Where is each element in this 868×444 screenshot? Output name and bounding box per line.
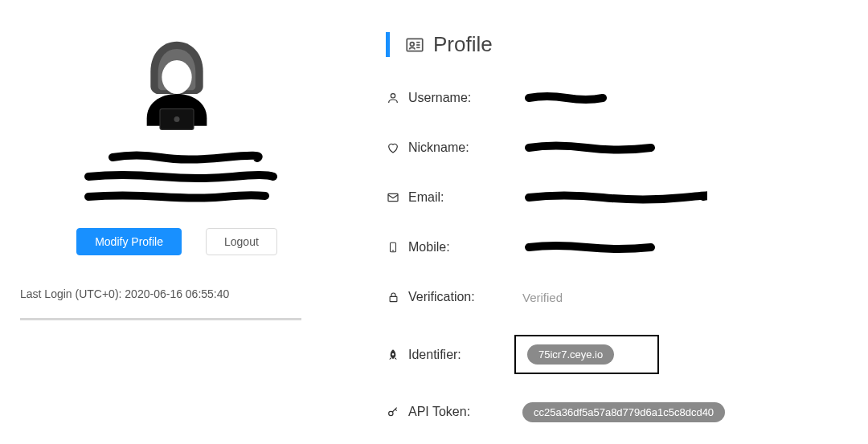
avatar-container (24, 32, 330, 145)
avatar-hacker-icon (121, 32, 233, 145)
mobile-icon (386, 240, 400, 255)
avatar-caption-redacted (24, 151, 330, 204)
profile-title: Profile (433, 32, 493, 57)
svg-point-8 (391, 94, 395, 98)
field-email: Email: (386, 185, 844, 210)
field-identifier: Identifier: 75icr7.ceye.io (386, 335, 844, 374)
svg-point-13 (389, 411, 393, 415)
rocket-icon (386, 348, 400, 361)
identifier-highlight-box: 75icr7.ceye.io (514, 335, 659, 374)
profile-actions: Modify Profile Logout (24, 228, 330, 255)
divider (20, 318, 301, 320)
last-login-text: Last Login (UTC+0): 2020-06-16 06:55:40 (20, 287, 330, 310)
api-token-value[interactable]: cc25a36df5a57a8d779d6a1c5c8dcd40 (522, 402, 725, 422)
key-icon (386, 405, 400, 418)
nickname-label: Nickname: (408, 141, 469, 155)
redaction-scribble (80, 189, 273, 204)
api-token-label: API Token: (408, 405, 470, 419)
mobile-value-redacted (522, 239, 667, 255)
redaction-scribble (80, 151, 273, 164)
verification-value: Verified (522, 291, 563, 304)
svg-point-2 (174, 116, 180, 122)
svg-rect-12 (390, 296, 397, 301)
heart-icon (386, 141, 400, 154)
user-icon (386, 92, 400, 104)
verification-label: Verification: (408, 290, 475, 304)
field-username: Username: (386, 86, 844, 110)
username-label: Username: (408, 91, 471, 105)
field-nickname: Nickname: (386, 136, 844, 160)
field-mobile: Mobile: (386, 235, 844, 259)
modify-profile-button[interactable]: Modify Profile (76, 228, 182, 255)
identifier-label: Identifier: (408, 348, 461, 362)
username-value-redacted (522, 91, 667, 105)
field-verification: Verification: Verified (386, 285, 844, 309)
identifier-value[interactable]: 75icr7.ceye.io (527, 344, 614, 365)
mobile-label: Mobile: (408, 240, 450, 255)
svg-point-0 (162, 60, 191, 94)
profile-header: Profile (386, 32, 844, 57)
profile-details: Profile Username: Nickname: (362, 32, 844, 444)
mail-icon (386, 191, 400, 204)
logout-button[interactable]: Logout (206, 228, 277, 255)
nickname-value-redacted (522, 140, 667, 156)
email-label: Email: (408, 190, 444, 205)
redaction-scribble (72, 169, 281, 185)
left-panel: Modify Profile Logout Last Login (UTC+0)… (24, 32, 362, 444)
svg-point-4 (410, 42, 414, 46)
profile-page: Modify Profile Logout Last Login (UTC+0)… (0, 0, 868, 444)
field-api-token: API Token: cc25a36df5a57a8d779d6a1c5c8dc… (386, 400, 844, 424)
lock-icon (386, 291, 400, 303)
id-card-icon (404, 35, 425, 55)
email-value-redacted (522, 189, 707, 206)
